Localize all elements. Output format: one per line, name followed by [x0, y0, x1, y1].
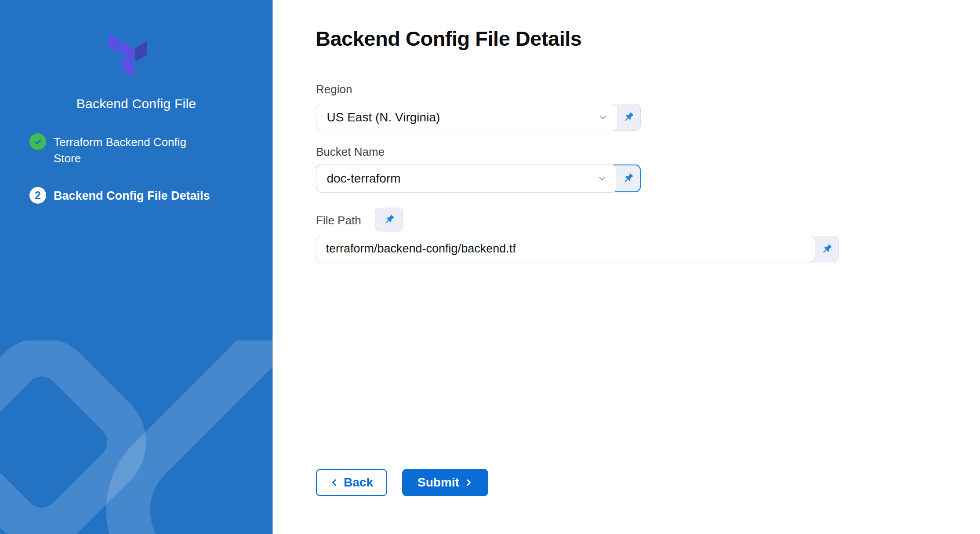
- step-number: 2: [35, 190, 41, 201]
- chevron-left-icon: [330, 478, 338, 487]
- chevron-down-icon: [597, 174, 607, 183]
- pin-icon: [821, 243, 833, 255]
- bucket-name-select-group: doc-terraform: [316, 165, 641, 192]
- chevron-down-icon: [598, 113, 608, 122]
- bucket-name-select[interactable]: doc-terraform: [316, 165, 617, 193]
- bucket-name-pin-button[interactable]: [616, 165, 640, 191]
- step-number-badge: 2: [29, 187, 46, 204]
- step-label: Terraform Backend Config Store: [54, 133, 203, 167]
- region-selected-value: US East (N. Virginia): [327, 110, 440, 124]
- submit-button[interactable]: Submit: [402, 469, 488, 496]
- file-path-label: File Path: [316, 214, 361, 227]
- main-content: Backend Config File Details Region US Ea…: [273, 0, 980, 534]
- back-button-label: Back: [344, 475, 373, 490]
- page-title: Backend Config File Details: [316, 26, 581, 51]
- submit-button-label: Submit: [417, 475, 459, 490]
- file-path-input-group: [316, 236, 839, 262]
- chevron-right-icon: [465, 478, 473, 487]
- pin-icon: [622, 172, 634, 184]
- step-label: Backend Config File Details: [54, 187, 238, 204]
- watermark-logo: [0, 340, 272, 534]
- sidebar: Backend Config File Terraform Backend Co…: [0, 0, 273, 534]
- bucket-name-label: Bucket Name: [316, 145, 385, 159]
- wizard-window: Backend Config File Terraform Backend Co…: [0, 0, 980, 534]
- bucket-name-selected-value: doc-terraform: [327, 172, 401, 186]
- check-icon: [33, 137, 43, 147]
- terraform-logo-icon: [109, 33, 147, 77]
- region-label: Region: [316, 83, 352, 96]
- wizard-actions: Back Submit: [316, 469, 488, 496]
- wizard-title: Backend Config File: [0, 96, 272, 111]
- back-button[interactable]: Back: [316, 469, 387, 496]
- region-select-group: US East (N. Virginia): [316, 104, 641, 131]
- file-path-pin-button[interactable]: [815, 236, 838, 262]
- file-path-label-pin-button[interactable]: [375, 208, 403, 231]
- sidebar-step-backend-config-file-details[interactable]: 2 Backend Config File Details: [29, 187, 238, 204]
- step-completed-badge: [29, 133, 46, 150]
- pin-icon: [623, 111, 635, 123]
- region-pin-button[interactable]: [617, 104, 640, 130]
- file-path-input[interactable]: [316, 236, 815, 262]
- sidebar-step-terraform-backend-config-store[interactable]: Terraform Backend Config Store: [29, 133, 203, 167]
- pin-icon: [383, 214, 395, 226]
- region-select[interactable]: US East (N. Virginia): [316, 104, 618, 131]
